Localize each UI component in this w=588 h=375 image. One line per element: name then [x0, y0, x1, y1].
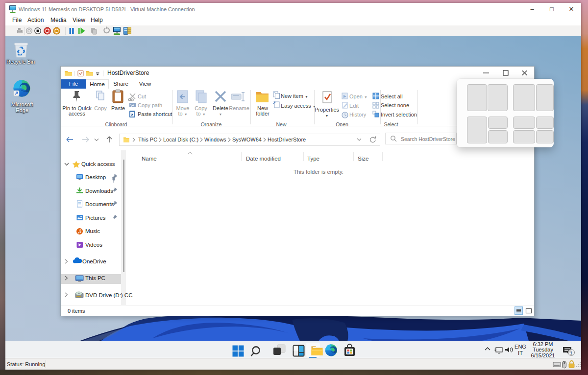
svg-text:1: 1: [570, 350, 572, 355]
